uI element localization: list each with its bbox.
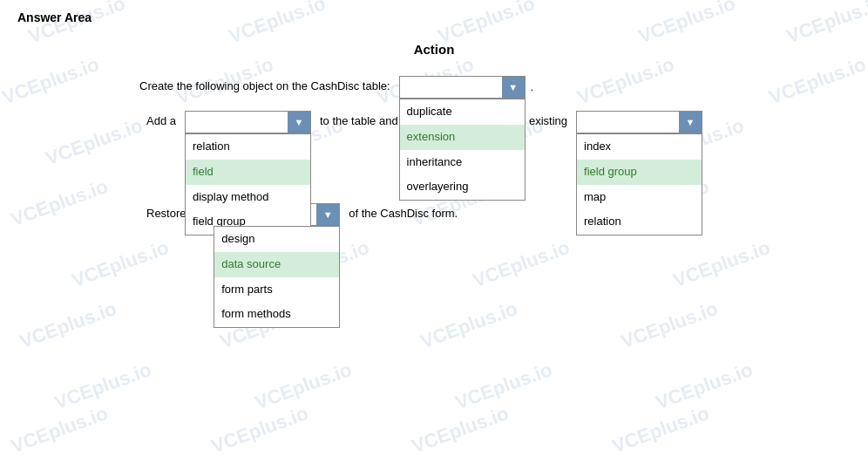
row1-dropdown-list: duplicate extension inheritance overlaye… xyxy=(399,99,526,201)
row1-option-inheritance[interactable]: inheritance xyxy=(400,150,525,175)
row2-dropdown2-btn[interactable]: ▼ xyxy=(576,111,702,133)
row2-option2-index[interactable]: index xyxy=(577,134,702,160)
row3-option-design[interactable]: design xyxy=(214,227,339,252)
row2-dropdown2[interactable]: ▼ index field group map relation xyxy=(576,111,702,133)
row2-dropdown1-list: relation field display method field grou… xyxy=(185,133,311,235)
answer-area-title: Answer Area xyxy=(17,10,851,24)
row3-option-data-source[interactable]: data source xyxy=(214,252,339,277)
row2-option2-field-group[interactable]: field group xyxy=(577,160,702,185)
row1-dropdown-btn[interactable]: ▼ xyxy=(399,76,526,99)
row2-option2-map[interactable]: map xyxy=(577,185,702,210)
row1-dropdown[interactable]: ▼ duplicate extension inheritance overla… xyxy=(399,76,526,99)
row3-option-form-methods[interactable]: form methods xyxy=(214,302,339,327)
row2-dropdown2-arrow-icon[interactable]: ▼ xyxy=(679,112,702,133)
row2-dropdown2-list: index field group map relation xyxy=(576,133,702,235)
row1-dropdown-arrow-icon[interactable]: ▼ xyxy=(502,77,525,98)
row1: Create the following object on the CashD… xyxy=(139,76,851,99)
row1-option-duplicate[interactable]: duplicate xyxy=(400,99,525,125)
row3: Restore the ▼ design data source form pa… xyxy=(17,203,851,226)
row1-option-overlayering[interactable]: overlayering xyxy=(400,174,525,200)
row2-option1-relation[interactable]: relation xyxy=(186,134,310,160)
row2-dropdown1[interactable]: ▼ relation field display method field gr… xyxy=(185,111,311,133)
row2-dropdown1-arrow-icon[interactable]: ▼ xyxy=(288,112,310,133)
row1-dot: . xyxy=(531,76,534,93)
action-title: Action xyxy=(17,42,851,57)
row2-label-start: Add a xyxy=(146,111,176,127)
row1-option-extension[interactable]: extension xyxy=(400,125,525,150)
row3-label-end: of the CashDisc form. xyxy=(349,203,458,220)
main-content: Answer Area Action Create the following … xyxy=(0,0,868,236)
row2-option1-display-method[interactable]: display method xyxy=(186,185,310,210)
row3-option-form-parts[interactable]: form parts xyxy=(214,277,339,303)
row3-dropdown-list: design data source form parts form metho… xyxy=(214,226,340,328)
row3-dropdown-arrow-icon[interactable]: ▼ xyxy=(316,204,339,225)
row2-option2-relation[interactable]: relation xyxy=(577,209,702,235)
row2-dropdown1-btn[interactable]: ▼ xyxy=(185,111,311,133)
row2-option1-field[interactable]: field xyxy=(186,160,310,185)
row1-label: Create the following object on the CashD… xyxy=(139,76,390,92)
